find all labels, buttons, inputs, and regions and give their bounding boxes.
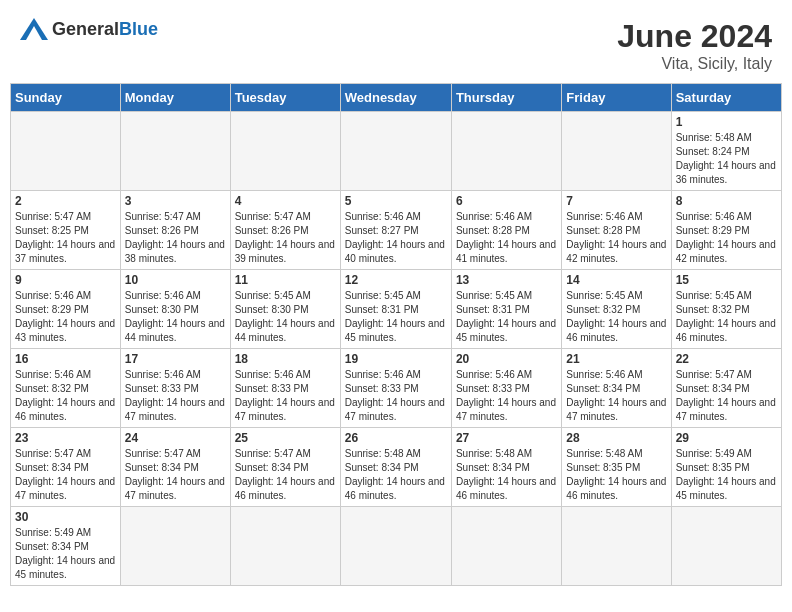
day-info: Sunrise: 5:47 AM Sunset: 8:26 PM Dayligh… — [125, 210, 226, 266]
title-area: June 2024 Vita, Sicily, Italy — [617, 18, 772, 73]
logo-general-text: General — [52, 19, 119, 39]
calendar-day-cell: 7Sunrise: 5:46 AM Sunset: 8:28 PM Daylig… — [562, 191, 671, 270]
calendar-day-cell: 1Sunrise: 5:48 AM Sunset: 8:24 PM Daylig… — [671, 112, 781, 191]
calendar-header-friday: Friday — [562, 84, 671, 112]
day-number: 18 — [235, 352, 336, 366]
day-number: 10 — [125, 273, 226, 287]
day-number: 15 — [676, 273, 777, 287]
day-number: 5 — [345, 194, 447, 208]
calendar-day-cell: 13Sunrise: 5:45 AM Sunset: 8:31 PM Dayli… — [451, 270, 561, 349]
day-info: Sunrise: 5:46 AM Sunset: 8:27 PM Dayligh… — [345, 210, 447, 266]
day-info: Sunrise: 5:48 AM Sunset: 8:35 PM Dayligh… — [566, 447, 666, 503]
day-number: 21 — [566, 352, 666, 366]
day-number: 6 — [456, 194, 557, 208]
day-number: 12 — [345, 273, 447, 287]
day-number: 8 — [676, 194, 777, 208]
day-number: 19 — [345, 352, 447, 366]
day-info: Sunrise: 5:45 AM Sunset: 8:31 PM Dayligh… — [456, 289, 557, 345]
calendar-day-cell: 12Sunrise: 5:45 AM Sunset: 8:31 PM Dayli… — [340, 270, 451, 349]
calendar-day-cell — [120, 112, 230, 191]
day-number: 20 — [456, 352, 557, 366]
day-info: Sunrise: 5:45 AM Sunset: 8:30 PM Dayligh… — [235, 289, 336, 345]
day-info: Sunrise: 5:45 AM Sunset: 8:32 PM Dayligh… — [676, 289, 777, 345]
day-number: 22 — [676, 352, 777, 366]
calendar-week-row: 23Sunrise: 5:47 AM Sunset: 8:34 PM Dayli… — [11, 428, 782, 507]
calendar-day-cell: 2Sunrise: 5:47 AM Sunset: 8:25 PM Daylig… — [11, 191, 121, 270]
calendar-header-monday: Monday — [120, 84, 230, 112]
logo-icon — [20, 18, 48, 40]
logo-blue-text: Blue — [119, 19, 158, 39]
day-info: Sunrise: 5:47 AM Sunset: 8:34 PM Dayligh… — [235, 447, 336, 503]
day-info: Sunrise: 5:46 AM Sunset: 8:34 PM Dayligh… — [566, 368, 666, 424]
day-info: Sunrise: 5:46 AM Sunset: 8:29 PM Dayligh… — [676, 210, 777, 266]
calendar-day-cell — [120, 507, 230, 586]
day-number: 4 — [235, 194, 336, 208]
calendar-day-cell — [451, 507, 561, 586]
day-info: Sunrise: 5:47 AM Sunset: 8:34 PM Dayligh… — [125, 447, 226, 503]
calendar-day-cell: 4Sunrise: 5:47 AM Sunset: 8:26 PM Daylig… — [230, 191, 340, 270]
calendar-title: June 2024 — [617, 18, 772, 55]
calendar-header-row: SundayMondayTuesdayWednesdayThursdayFrid… — [11, 84, 782, 112]
day-info: Sunrise: 5:46 AM Sunset: 8:28 PM Dayligh… — [456, 210, 557, 266]
calendar-day-cell: 27Sunrise: 5:48 AM Sunset: 8:34 PM Dayli… — [451, 428, 561, 507]
day-number: 23 — [15, 431, 116, 445]
day-info: Sunrise: 5:48 AM Sunset: 8:34 PM Dayligh… — [345, 447, 447, 503]
day-number: 2 — [15, 194, 116, 208]
calendar-day-cell: 23Sunrise: 5:47 AM Sunset: 8:34 PM Dayli… — [11, 428, 121, 507]
day-number: 27 — [456, 431, 557, 445]
day-number: 28 — [566, 431, 666, 445]
day-info: Sunrise: 5:46 AM Sunset: 8:33 PM Dayligh… — [345, 368, 447, 424]
calendar-week-row: 9Sunrise: 5:46 AM Sunset: 8:29 PM Daylig… — [11, 270, 782, 349]
calendar-day-cell — [230, 112, 340, 191]
day-info: Sunrise: 5:46 AM Sunset: 8:28 PM Dayligh… — [566, 210, 666, 266]
calendar-week-row: 30Sunrise: 5:49 AM Sunset: 8:34 PM Dayli… — [11, 507, 782, 586]
day-number: 11 — [235, 273, 336, 287]
calendar-header-tuesday: Tuesday — [230, 84, 340, 112]
day-info: Sunrise: 5:46 AM Sunset: 8:30 PM Dayligh… — [125, 289, 226, 345]
calendar-day-cell: 9Sunrise: 5:46 AM Sunset: 8:29 PM Daylig… — [11, 270, 121, 349]
calendar-week-row: 2Sunrise: 5:47 AM Sunset: 8:25 PM Daylig… — [11, 191, 782, 270]
calendar-day-cell: 5Sunrise: 5:46 AM Sunset: 8:27 PM Daylig… — [340, 191, 451, 270]
calendar-day-cell — [451, 112, 561, 191]
day-info: Sunrise: 5:49 AM Sunset: 8:35 PM Dayligh… — [676, 447, 777, 503]
calendar-day-cell: 8Sunrise: 5:46 AM Sunset: 8:29 PM Daylig… — [671, 191, 781, 270]
day-info: Sunrise: 5:47 AM Sunset: 8:25 PM Dayligh… — [15, 210, 116, 266]
day-info: Sunrise: 5:46 AM Sunset: 8:33 PM Dayligh… — [235, 368, 336, 424]
day-info: Sunrise: 5:47 AM Sunset: 8:26 PM Dayligh… — [235, 210, 336, 266]
calendar-day-cell: 25Sunrise: 5:47 AM Sunset: 8:34 PM Dayli… — [230, 428, 340, 507]
day-info: Sunrise: 5:48 AM Sunset: 8:34 PM Dayligh… — [456, 447, 557, 503]
calendar-day-cell: 30Sunrise: 5:49 AM Sunset: 8:34 PM Dayli… — [11, 507, 121, 586]
day-number: 9 — [15, 273, 116, 287]
calendar-day-cell — [340, 112, 451, 191]
calendar-day-cell — [230, 507, 340, 586]
calendar-header-thursday: Thursday — [451, 84, 561, 112]
calendar-day-cell: 22Sunrise: 5:47 AM Sunset: 8:34 PM Dayli… — [671, 349, 781, 428]
day-info: Sunrise: 5:47 AM Sunset: 8:34 PM Dayligh… — [15, 447, 116, 503]
calendar-day-cell: 18Sunrise: 5:46 AM Sunset: 8:33 PM Dayli… — [230, 349, 340, 428]
calendar-day-cell: 21Sunrise: 5:46 AM Sunset: 8:34 PM Dayli… — [562, 349, 671, 428]
calendar-day-cell: 3Sunrise: 5:47 AM Sunset: 8:26 PM Daylig… — [120, 191, 230, 270]
day-number: 17 — [125, 352, 226, 366]
calendar-day-cell: 24Sunrise: 5:47 AM Sunset: 8:34 PM Dayli… — [120, 428, 230, 507]
day-number: 29 — [676, 431, 777, 445]
calendar-day-cell: 20Sunrise: 5:46 AM Sunset: 8:33 PM Dayli… — [451, 349, 561, 428]
calendar-header-sunday: Sunday — [11, 84, 121, 112]
calendar-week-row: 16Sunrise: 5:46 AM Sunset: 8:32 PM Dayli… — [11, 349, 782, 428]
calendar-day-cell — [11, 112, 121, 191]
day-info: Sunrise: 5:46 AM Sunset: 8:29 PM Dayligh… — [15, 289, 116, 345]
day-info: Sunrise: 5:46 AM Sunset: 8:32 PM Dayligh… — [15, 368, 116, 424]
calendar-day-cell: 15Sunrise: 5:45 AM Sunset: 8:32 PM Dayli… — [671, 270, 781, 349]
day-info: Sunrise: 5:45 AM Sunset: 8:32 PM Dayligh… — [566, 289, 666, 345]
day-number: 7 — [566, 194, 666, 208]
calendar-day-cell: 10Sunrise: 5:46 AM Sunset: 8:30 PM Dayli… — [120, 270, 230, 349]
day-info: Sunrise: 5:45 AM Sunset: 8:31 PM Dayligh… — [345, 289, 447, 345]
logo: GeneralBlue — [20, 18, 158, 40]
calendar-day-cell: 29Sunrise: 5:49 AM Sunset: 8:35 PM Dayli… — [671, 428, 781, 507]
calendar-day-cell — [671, 507, 781, 586]
calendar-day-cell: 28Sunrise: 5:48 AM Sunset: 8:35 PM Dayli… — [562, 428, 671, 507]
day-info: Sunrise: 5:49 AM Sunset: 8:34 PM Dayligh… — [15, 526, 116, 582]
day-number: 13 — [456, 273, 557, 287]
header: GeneralBlue June 2024 Vita, Sicily, Ital… — [10, 10, 782, 79]
day-number: 1 — [676, 115, 777, 129]
calendar-day-cell — [562, 112, 671, 191]
